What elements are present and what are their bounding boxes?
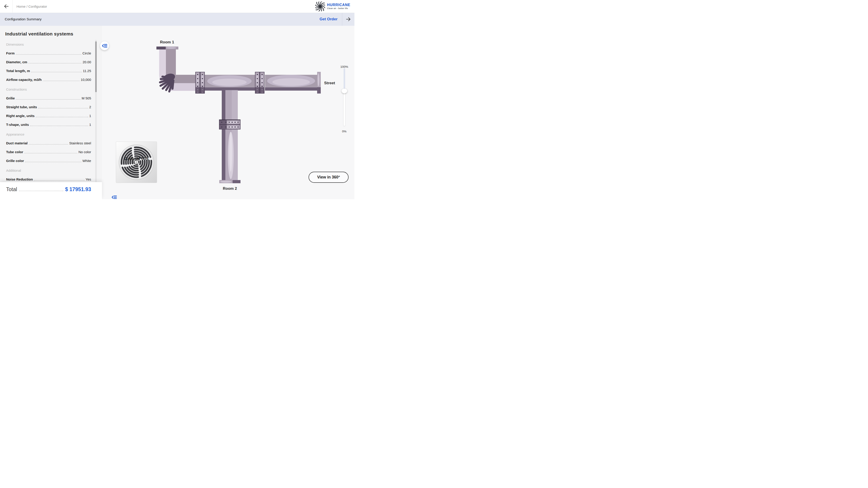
row-value: Stainless steel: [69, 141, 91, 145]
row-value: 10,000: [81, 78, 91, 82]
top-bar: Home / Configurator: [0, 0, 354, 13]
collapse-panel-icon: [102, 43, 107, 48]
dotted-leader: [30, 126, 88, 126]
row-right-angle: Right angle, units 1: [6, 111, 91, 120]
dotted-leader: [19, 191, 63, 191]
back-arrow-icon: [4, 4, 9, 9]
section-header-additional: Additional: [6, 165, 91, 174]
row-straight-tube: Straight tube, units 2: [6, 102, 91, 111]
dotted-leader: [16, 99, 81, 100]
collapse-panel-button[interactable]: [100, 41, 109, 50]
dotted-leader: [36, 117, 88, 117]
row-value: 1: [89, 114, 91, 118]
dotted-leader: [38, 108, 88, 108]
row-value: No color: [79, 150, 91, 154]
slider-track-lower[interactable]: [344, 91, 345, 126]
total-label: Total: [6, 187, 17, 192]
row-value: 20.00: [83, 60, 91, 64]
summary-panel: Dimensions Form Circle Diameter, cm 20.0…: [0, 26, 102, 182]
room1-label: Room 1: [155, 40, 179, 44]
dotted-leader: [31, 72, 82, 72]
brand-logo: HURRICANE Clean air - better life: [315, 2, 354, 11]
panel-scrollbar-thumb[interactable]: [95, 41, 97, 92]
row-value: 11.25: [83, 69, 91, 73]
section-header-dimensions: Dimensions: [6, 39, 91, 48]
street-label: Street: [324, 81, 340, 86]
row-value: Yes: [86, 177, 91, 182]
row-grilie: Grilie M 505: [6, 93, 91, 102]
street-end-cap: [317, 72, 321, 94]
row-label: Grille color: [6, 159, 24, 163]
dotted-leader: [25, 162, 81, 162]
row-label: Duct material: [6, 141, 28, 145]
total-value: $ 17951.93: [65, 187, 91, 192]
main-duct: [171, 75, 318, 91]
row-value: M 505: [82, 96, 91, 100]
row-label: Noise Reduction: [6, 177, 33, 182]
get-order-button[interactable]: Get Order: [320, 17, 342, 22]
panel-scrollbar[interactable]: [95, 40, 97, 182]
slider-min-label: 0%: [338, 130, 350, 133]
row-label: Tube color: [6, 150, 23, 154]
slider-max-label: 100%: [338, 65, 350, 68]
duct-flange-2: [255, 72, 265, 94]
row-label: Right angle, units: [6, 114, 35, 118]
row-value: 2: [89, 105, 91, 109]
duct-flange-1: [195, 72, 205, 94]
brand-tagline: Clean air - better life: [327, 7, 350, 9]
forward-arrow-icon: [346, 17, 351, 22]
dotted-leader: [29, 144, 68, 144]
page-title: Industrial ventilation systems: [5, 31, 73, 37]
row-t-shape: T-shape, units 1: [6, 120, 91, 128]
row-value: White: [83, 159, 91, 163]
row-duct-material: Duct material Stainless steel: [6, 138, 91, 147]
row-label: Total length, m: [6, 69, 30, 73]
total-footer: Total $ 17951.93: [0, 182, 102, 199]
row-form: Form Circle: [6, 48, 91, 57]
dotted-leader: [34, 180, 84, 181]
row-tube-color: Tube color No color: [6, 147, 91, 156]
row-label: T-shape, units: [6, 123, 29, 127]
elbow-fins-icon: [160, 72, 176, 92]
section-header-appearance: Appearance: [6, 129, 91, 138]
grille-title: Grille M 505: [116, 156, 157, 161]
configurator-page: Home / Configurator: [0, 0, 354, 199]
dotted-leader: [24, 153, 78, 153]
dotted-leader: [43, 80, 80, 81]
row-value: Circle: [83, 52, 91, 55]
row-noise-reduction: Noise Reduction Yes: [6, 174, 91, 182]
dotted-leader: [28, 63, 81, 64]
summary-list: Dimensions Form Circle Diameter, cm 20.0…: [6, 39, 91, 182]
row-total-length: Total length, m 11.25: [6, 66, 91, 74]
row-label: Straight tube, units: [6, 105, 37, 109]
room1-pipe: [156, 46, 178, 91]
back-button[interactable]: [0, 0, 13, 13]
t-branch-pipe: [219, 90, 241, 183]
row-value: 1: [89, 123, 91, 127]
section-header-constructions: Constructions: [6, 84, 91, 93]
view-360-button[interactable]: View in 360°: [309, 172, 348, 183]
summary-bar: Configuration Summary Get Order: [0, 13, 354, 26]
summary-bar-title: Configuration Summary: [0, 17, 41, 21]
row-grille-color: Grille color White: [6, 156, 91, 164]
content-area: Industrial ventilation systems: [0, 26, 354, 199]
panel-expand-icon[interactable]: [111, 195, 117, 199]
row-diameter: Diameter, cm 20.00: [6, 57, 91, 66]
slider-thumb[interactable]: [342, 89, 347, 93]
hurricane-swirl-icon: [315, 2, 325, 11]
dotted-leader: [16, 54, 81, 55]
row-airflow: Airflow capacity, m3/h 10,000: [6, 74, 91, 84]
row-label: Diameter, cm: [6, 60, 27, 64]
row-label: Form: [6, 52, 15, 55]
brand-name: HURRICANE: [327, 3, 350, 7]
breadcrumb: Home / Configurator: [13, 4, 47, 8]
row-label: Grilie: [6, 96, 15, 100]
grille-image: [116, 142, 157, 183]
room2-label: Room 2: [218, 186, 242, 191]
slider-track-upper[interactable]: [344, 68, 345, 91]
forward-button[interactable]: [342, 13, 354, 26]
row-label: Airflow capacity, m3/h: [6, 78, 41, 82]
